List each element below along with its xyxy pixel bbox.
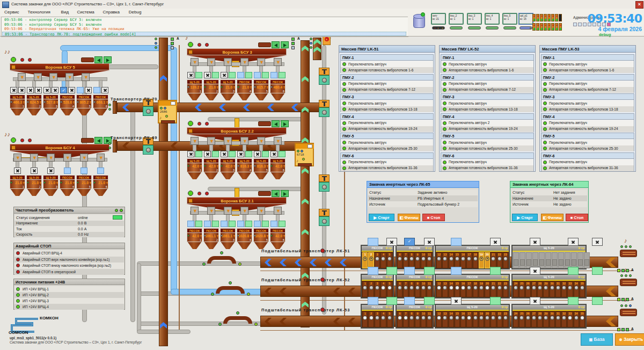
vibro-feeder-lk52-17[interactable]: 17 — [466, 281, 472, 297]
conveyor-lk52-btn-4[interactable] — [424, 267, 435, 275]
controller-monitor-bsu_4[interactable]: bsu_4 кс: 1 — [485, 13, 500, 25]
silo-bsu5-5[interactable]: ПЕСОК805.2 т5 — [76, 94, 92, 116]
gate-button[interactable]: ▼ — [257, 207, 265, 215]
vibro-feeder-lk52-16[interactable]: 16 — [460, 281, 466, 297]
gate-button[interactable]: ▼ — [257, 58, 265, 66]
silo-select-bsu21-3[interactable] — [221, 221, 228, 227]
conveyor-lk52-btn-2[interactable] — [386, 267, 397, 275]
controller-monitor-bsu_2[interactable]: bsu_2 кс: 1 — [449, 13, 464, 25]
gate-button[interactable]: ▼ — [191, 58, 199, 66]
silo-mode-bsu5-1[interactable] — [18, 87, 25, 93]
log-line[interactable]: 09:53:06 - Передаточная тележка ЛК-65: У… — [2, 27, 406, 32]
gate-valve-actuator[interactable] — [319, 100, 330, 107]
vibro-feeder-lk53-17[interactable]: 17 — [466, 311, 472, 327]
silo-mode-bsu5-6[interactable] — [101, 87, 108, 93]
vibro-feeder-lk52-30[interactable]: 30 — [550, 281, 555, 297]
silo-mode-bsu3-3[interactable] — [229, 72, 236, 78]
gate-valve-actuator[interactable] — [319, 68, 330, 75]
silo-bsu5-2[interactable]: Щ 5-20624.5 т2 — [26, 94, 42, 116]
vibro-feeder-lk53-13[interactable]: 13 — [442, 311, 448, 327]
conveyor-lk51-btn-8[interactable] — [568, 238, 579, 246]
silo-bsu5-3[interactable]: Щ 5-20527.8 т3 — [43, 94, 58, 116]
menu-item-1[interactable]: Сервис — [3, 10, 20, 16]
silo-select-bsu22-2[interactable] — [204, 151, 211, 157]
conveyor-lk51-btn-5[interactable] — [451, 238, 462, 246]
cart-left-button[interactable] — [272, 41, 280, 48]
vibro-feeder-lk53-11[interactable]: 11 — [427, 311, 432, 327]
vibro-feeder-lk52-7[interactable]: 7 — [403, 281, 408, 297]
conveyor-lk53-btn-4[interactable] — [424, 297, 435, 305]
silo-select-bsu3-1[interactable] — [187, 72, 194, 78]
job-stop-button[interactable]: ■ Стоп — [422, 214, 445, 221]
vibro-feeder-lk52-18[interactable]: 18 — [473, 281, 478, 297]
silo-mode-bsu21-1[interactable] — [195, 221, 202, 227]
silo-bsu3-1[interactable]: Щ 5-20139.2 т1 — [187, 79, 202, 101]
silo-mode-bsu3-1[interactable] — [195, 72, 202, 78]
cart-right-button[interactable] — [281, 190, 289, 197]
conveyor-lk51-btn-3[interactable]: ✓ — [404, 238, 415, 246]
silo-bsu21-4[interactable]: ПЕСОК1020.8 т4 — [237, 228, 252, 250]
incline-conveyor-lk65[interactable] — [159, 38, 168, 346]
vibro-feeder-lk51-9[interactable]: 9 — [415, 252, 420, 268]
silo-bsu3-6[interactable]: ПЕСОК480.4 т6 — [270, 79, 286, 101]
vibro-feeder-lk53-21[interactable]: 21 — [491, 311, 496, 327]
vibro-feeder-lk53-14[interactable]: 14 — [449, 311, 454, 327]
silo-bsu21-1[interactable]: ПЕСОК42.0 т1 — [187, 228, 202, 250]
vibro-feeder-lk53-23[interactable]: 23 — [503, 311, 508, 327]
conveyor-lk52-btn-5[interactable] — [451, 267, 462, 275]
gate-button[interactable]: ▼ — [274, 58, 282, 66]
vibro-feeder-lk52-26[interactable]: 26 — [525, 281, 531, 297]
gate-button[interactable]: ▼ — [34, 73, 42, 81]
silo-bsu4-3[interactable]: Щ 5-2021.0 т3 — [43, 175, 58, 196]
vibro-feeder-lk52-1[interactable]: 1 — [362, 281, 368, 297]
job-finish-button[interactable]: ◧ Финиш — [541, 214, 564, 221]
silo-mode-bsu22-1[interactable] — [195, 151, 202, 157]
vibro-feeder-lk52-35[interactable]: 35 — [580, 281, 585, 297]
gate-button[interactable]: ▼ — [82, 73, 90, 81]
vibro-feeder-lk51-11[interactable]: 11 — [427, 252, 432, 268]
vibro-feeder-lk52-15[interactable]: 15 — [455, 281, 460, 297]
silo-mode-bsu5-4[interactable] — [68, 87, 75, 93]
gate-button[interactable]: ▼ — [240, 137, 248, 145]
silo-select-bsu4-3[interactable] — [47, 167, 54, 174]
silo-select-bsu22-6[interactable] — [270, 151, 277, 157]
vibro-feeder-lk53-29[interactable]: 29 — [543, 311, 548, 327]
conveyor-lk51-btn-4[interactable] — [424, 238, 435, 246]
silo-select-bsu3-6[interactable] — [270, 72, 277, 78]
gate-button[interactable]: ▼ — [97, 154, 105, 162]
vibro-feeder-lk52-10[interactable]: 10 — [421, 281, 426, 297]
gate-button[interactable]: ▼ — [274, 137, 282, 145]
vibro-feeder-lk51-2[interactable]: 2* — [368, 252, 374, 268]
vibro-feeder-lk53-15[interactable]: 15 — [455, 311, 460, 327]
conveyor-lk52-btn-8[interactable] — [568, 267, 579, 275]
vibro-feeder-lk51-19[interactable]: 19* — [479, 252, 484, 268]
silo-mode-bsu22-6[interactable] — [279, 151, 286, 157]
conveyor-lk53-btn-1[interactable] — [368, 297, 378, 305]
vertical-conveyor-spine[interactable] — [301, 40, 310, 327]
conveyor-lk52-btn-3[interactable] — [404, 267, 415, 275]
gate-button[interactable]: ▼ — [207, 58, 215, 66]
silo-select-bsu21-1[interactable] — [187, 221, 194, 227]
vibro-feeder-lk53-5[interactable]: 5 — [387, 311, 392, 327]
menu-item-5[interactable]: Справка — [102, 10, 121, 16]
silo-bsu22-3[interactable]: Щ 5-2042.0 т3 — [220, 158, 236, 180]
silo-select-bsu3-2[interactable] — [204, 72, 211, 78]
job-start-button[interactable]: ▶ Старт — [512, 214, 538, 221]
vibro-feeder-lk52-13[interactable]: 13 — [442, 281, 448, 297]
silo-mode-bsu22-3[interactable] — [229, 151, 236, 157]
silo-mode-bsu5-2[interactable] — [35, 87, 42, 93]
silo-bsu4-5[interactable]: ПЕСОК21.0 т5 — [76, 175, 92, 196]
gate-button[interactable]: ▼ — [63, 154, 71, 162]
gate-button[interactable]: ▼ — [274, 207, 282, 215]
silo-bsu5-4[interactable]: ПЕСОК528.6 т4 — [60, 94, 75, 116]
vibro-feeder-lk52-3[interactable]: 3 — [375, 281, 380, 297]
vibro-feeder[interactable] — [558, 252, 564, 268]
menu-item-6[interactable]: Debug — [128, 10, 143, 16]
gate-button[interactable]: ▼ — [257, 137, 265, 145]
log-line[interactable]: 09:53:06 - Транспортер ЛК-70: подтвержде… — [2, 32, 406, 37]
vibro-feeder[interactable] — [519, 252, 525, 268]
gate-button[interactable]: ▼ — [30, 154, 38, 162]
silo-mode-bsu21-6[interactable] — [279, 221, 286, 227]
vibro-feeder-lk53-8[interactable]: 8 — [409, 311, 414, 327]
vibro-feeder-lk52-5[interactable]: 5 — [387, 281, 392, 297]
